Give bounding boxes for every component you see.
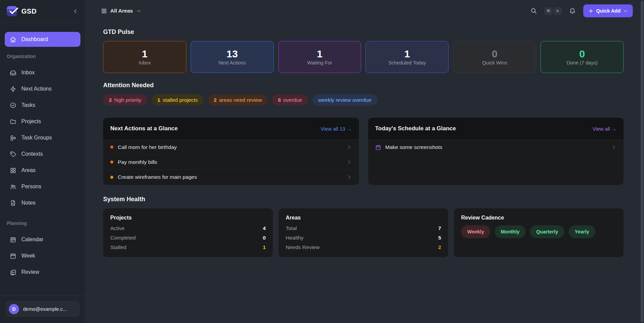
pill-high-priority[interactable]: 2 high priority: [103, 94, 147, 106]
cadence-pill-weekly[interactable]: Weekly: [461, 225, 490, 238]
stat-row: Total 7: [286, 225, 441, 231]
stat-value: 7: [438, 225, 441, 231]
sidebar-item-contexts[interactable]: Contexts: [5, 147, 80, 162]
pill-count: 2: [109, 97, 112, 103]
sidebar-item-next-actions[interactable]: Next Actions: [5, 81, 80, 96]
system-health-heading: System Health: [103, 196, 624, 203]
sidebar-item-calendar[interactable]: Calendar: [5, 232, 80, 247]
main-area: All Areas ⌘ K Quick Add: [86, 0, 644, 323]
sidebar-footer: D demo@example.c...: [0, 296, 85, 323]
sidebar-item-label: Areas: [21, 167, 36, 173]
sidebar-item-inbox[interactable]: Inbox: [5, 65, 80, 80]
schedule-glance-card: Today's Schedule at a Glance View all → …: [368, 118, 624, 185]
sidebar-item-projects[interactable]: Projects: [5, 114, 80, 129]
next-action-row[interactable]: Pay monthly bills: [103, 155, 359, 170]
sidebar-item-label: Task Groups: [21, 135, 52, 141]
sidebar-item-review[interactable]: Review: [5, 265, 80, 280]
sidebar-item-label: Review: [21, 269, 39, 275]
cadence-pill-monthly[interactable]: Monthly: [495, 225, 526, 238]
sidebar-item-notes[interactable]: Notes: [5, 195, 80, 210]
app-logo-icon: [7, 6, 17, 16]
sidebar-item-label: Dashboard: [21, 36, 48, 42]
sidebar-header: GSD: [0, 0, 85, 23]
sidebar-section-planning: Planning: [5, 221, 80, 226]
search-icon: [530, 7, 537, 14]
pulse-card-inbox[interactable]: 1 Inbox: [103, 41, 186, 73]
task-groups-icon: [10, 135, 16, 141]
user-email: demo@example.c...: [23, 306, 67, 312]
k-key-badge: K: [554, 7, 562, 15]
area-selector[interactable]: All Areas: [101, 8, 141, 14]
next-action-row[interactable]: Call mom for her birthday: [103, 140, 359, 155]
scrollbar-thumb[interactable]: [641, 1, 644, 322]
card-title: Areas: [286, 215, 441, 221]
areas-health-card: Areas Total 7 Healthy 5 Needs Review 2: [279, 208, 448, 257]
sidebar-item-label: Inbox: [21, 70, 35, 76]
pill-areas-need-review[interactable]: 2 areas need review: [208, 94, 268, 106]
cadence-pills: Weekly Monthly Quarterly Yearly: [461, 225, 617, 238]
check-circle-icon: [10, 102, 16, 109]
stat-value: 2: [438, 244, 441, 250]
zap-icon: [10, 86, 16, 92]
stat-row: Active 4: [110, 225, 266, 231]
search-shortcut: ⌘ K: [545, 7, 562, 15]
sidebar-item-dashboard[interactable]: Dashboard: [5, 32, 80, 47]
pill-stalled-projects[interactable]: 1 stalled projects: [152, 94, 204, 106]
stat-label: Active: [110, 225, 125, 231]
sidebar-item-tasks[interactable]: Tasks: [5, 98, 80, 113]
card-header: Today's Schedule at a Glance View all →: [368, 118, 624, 140]
sidebar-item-label: Projects: [21, 118, 41, 125]
system-health-cards: Projects Active 4 Completed 0 Stalled 1: [103, 208, 624, 257]
home-icon: [10, 36, 16, 43]
chevron-right-icon: [346, 174, 352, 180]
pulse-label: Waiting For: [307, 60, 332, 65]
pulse-value: 13: [227, 49, 238, 59]
sidebar-collapse-button[interactable]: [73, 8, 78, 14]
chevron-right-icon: [346, 145, 352, 150]
sidebar-item-areas[interactable]: Areas: [5, 163, 80, 178]
pulse-card-done[interactable]: 0 Done (7 days): [541, 41, 624, 73]
next-action-label: Create wireframes for main pages: [118, 174, 197, 180]
next-action-row[interactable]: Create wireframes for main pages: [103, 170, 359, 185]
notifications-button[interactable]: [569, 7, 576, 14]
pulse-card-next-actions[interactable]: 13 Next Actions: [191, 41, 274, 73]
next-action-label: Pay monthly bills: [118, 159, 157, 165]
view-all-schedule-link[interactable]: View all →: [592, 126, 617, 132]
cmd-key-badge: ⌘: [545, 7, 553, 15]
pulse-value: 0: [492, 49, 497, 59]
quick-add-button[interactable]: Quick Add: [583, 4, 633, 17]
sidebar-item-task-groups[interactable]: Task Groups: [5, 130, 80, 145]
pulse-card-scheduled-today[interactable]: 1 Scheduled Today: [365, 41, 449, 73]
clipboard-check-icon: [10, 269, 16, 276]
pill-weekly-review-overdue[interactable]: weekly review overdue: [312, 94, 377, 106]
attention-pills: 2 high priority 1 stalled projects 2 are…: [103, 94, 624, 106]
cadence-pill-yearly[interactable]: Yearly: [569, 225, 595, 238]
sidebar-item-week[interactable]: Week: [5, 248, 80, 263]
stat-label: Stalled: [110, 244, 126, 250]
gtd-pulse-heading: GTD Pulse: [103, 28, 624, 36]
card-header: Next Actions at a Glance View all 13 →: [103, 118, 359, 140]
scrollbar[interactable]: [641, 1, 644, 322]
sidebar-item-label: Calendar: [21, 236, 43, 243]
schedule-row[interactable]: Make some screenshots: [368, 140, 624, 155]
stat-label: Needs Review: [286, 244, 320, 250]
sidebar-item-label: Notes: [21, 200, 36, 206]
chevron-down-icon: [623, 9, 628, 13]
sidebar-nav: Dashboard Organization Inbox Next Action…: [0, 23, 85, 296]
pill-overdue[interactable]: 8 overdue: [272, 94, 308, 106]
topbar: All Areas ⌘ K Quick Add: [86, 0, 644, 22]
pulse-label: Next Actions: [219, 60, 246, 65]
cadence-pill-quarterly[interactable]: Quarterly: [530, 225, 564, 238]
pulse-label: Quick Wins: [482, 60, 507, 65]
search-button[interactable]: [530, 7, 537, 14]
calendar-icon: [10, 253, 16, 259]
pulse-card-quick-wins[interactable]: 0 Quick Wins: [453, 41, 536, 73]
chevron-down-icon: [136, 8, 141, 13]
sidebar-item-persons[interactable]: Persons: [5, 179, 80, 194]
view-all-next-actions-link[interactable]: View all 13 →: [321, 126, 352, 132]
card-title: Next Actions at a Glance: [110, 125, 178, 132]
pill-count: 1: [157, 97, 160, 103]
user-account-button[interactable]: D demo@example.c...: [5, 301, 80, 317]
calendar-icon: [375, 145, 381, 150]
pulse-card-waiting-for[interactable]: 1 Waiting For: [278, 41, 361, 73]
